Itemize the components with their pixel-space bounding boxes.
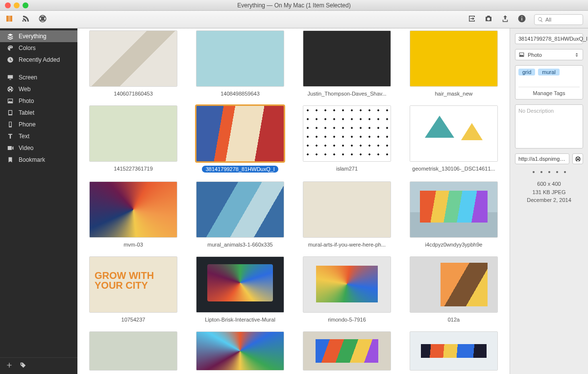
thumbnail-item[interactable]: mvm-03 — [84, 181, 182, 248]
titlebar: Everything — On My Mac (1 Item Selected) — [0, 0, 588, 11]
thumbnail-item[interactable]: mural-arts-if-you-were-here-ph... — [298, 181, 396, 248]
thumbnail-image[interactable] — [410, 331, 498, 371]
tag-grid[interactable]: grid — [518, 69, 535, 75]
phone-icon — [7, 121, 14, 128]
thumbnail-item[interactable]: 38141799278_81HWDuxQ_l — [191, 105, 289, 173]
thumbnail-item[interactable]: hair_mask_new — [405, 30, 503, 97]
thumbnail-caption: mural-arts-if-you-were-here-ph... — [308, 242, 386, 248]
thumbnail-item[interactable] — [298, 331, 396, 371]
thumbnail-item[interactable] — [84, 331, 182, 371]
import-icon[interactable] — [467, 14, 476, 25]
thumbnail-item[interactable]: mural_animals3-1-660x335 — [191, 181, 289, 248]
sidebar-item-colors[interactable]: Colors — [0, 42, 77, 54]
sidebar-item-video[interactable]: Video — [0, 142, 77, 154]
thumbnail-item[interactable]: rimondo-5-7916 — [298, 256, 396, 323]
thumbnail-image[interactable] — [303, 105, 391, 162]
thumbnail-image[interactable] — [196, 105, 284, 162]
open-url-button[interactable] — [572, 153, 583, 164]
thumbnail-image[interactable] — [410, 105, 498, 162]
camera-icon[interactable] — [484, 14, 493, 25]
content-grid-area[interactable]: 14060718604531408498859643Justin_Thompso… — [77, 28, 510, 374]
type-select[interactable]: Photo — [515, 49, 583, 60]
thumbnail-item[interactable]: Justin_Thompson-Daves_Shav... — [298, 30, 396, 97]
thumbnail-item[interactable]: 10754237 — [84, 256, 182, 323]
tag-mural[interactable]: mural — [538, 69, 560, 75]
source-url-field[interactable]: http://a1.dspnimg.com/ — [515, 153, 569, 164]
thumbnail-image[interactable] — [303, 181, 391, 238]
thumbnail-image[interactable] — [410, 256, 498, 313]
date-label: December 2, 2014 — [515, 196, 583, 204]
toolbar — [0, 11, 588, 28]
thumbnail-item[interactable]: 1408498859643 — [191, 30, 289, 97]
thumbnail-image[interactable] — [196, 181, 284, 238]
thumbnail-image[interactable] — [303, 30, 391, 87]
thumbnail-image[interactable] — [196, 256, 284, 313]
thumbnail-image[interactable] — [89, 331, 177, 371]
info-icon[interactable] — [517, 14, 526, 25]
thumbnail-item[interactable] — [191, 331, 289, 371]
thumbnail-caption: 1408498859643 — [220, 91, 260, 97]
thumbnail-item[interactable]: islam271 — [298, 105, 396, 173]
clock-icon — [7, 56, 14, 63]
thumbnail-caption: Lipton-Brisk-Interactive-Mural — [205, 317, 275, 323]
sidebar-item-label: Colors — [19, 45, 36, 51]
thumbnail-image[interactable] — [89, 181, 177, 238]
thumbnail-caption: 38141799278_81HWDuxQ_l — [202, 166, 279, 173]
sidebar-item-photo[interactable]: Photo — [0, 95, 77, 107]
thumbnail-image[interactable] — [196, 331, 284, 371]
globe-icon — [7, 86, 14, 93]
thumbnail-image[interactable] — [303, 256, 391, 313]
globe-icon[interactable] — [38, 14, 47, 25]
sidebar-item-bookmark[interactable]: Bookmark — [0, 154, 77, 166]
thumbnail-item[interactable]: 1406071860453 — [84, 30, 182, 97]
sidebar-item-phone[interactable]: Phone — [0, 119, 77, 130]
rating-dots[interactable] — [515, 169, 583, 175]
thumbnail-item[interactable]: geometrisk_130106-_DSC14611... — [405, 105, 503, 173]
svg-rect-1 — [521, 18, 522, 21]
thumbnail-item[interactable]: Lipton-Brisk-Interactive-Mural — [191, 256, 289, 323]
description-field[interactable]: No Description — [515, 104, 583, 149]
sidebar-item-everything[interactable]: Everything — [0, 30, 77, 42]
search-field[interactable] — [534, 14, 583, 25]
search-icon — [538, 17, 543, 23]
thumbnail-caption: islam271 — [336, 166, 358, 172]
palette-icon — [7, 45, 14, 51]
sidebar-item-label: Phone — [19, 121, 36, 128]
sidebar-item-tablet[interactable]: Tablet — [0, 107, 77, 119]
thumbnail-caption: mvm-03 — [123, 242, 143, 248]
filename-field[interactable]: 38141799278_81HWDuxQ_l — [515, 33, 583, 44]
thumbnail-caption: 10754237 — [122, 317, 146, 323]
text-icon — [7, 133, 14, 140]
thumbnail-image[interactable] — [89, 30, 177, 87]
tags-box[interactable]: gridmural Manage Tags — [515, 65, 583, 100]
sidebar-item-web[interactable]: Web — [0, 83, 77, 95]
add-icon[interactable] — [6, 362, 13, 370]
svg-rect-2 — [521, 17, 522, 18]
thumbnail-image[interactable] — [196, 30, 284, 87]
sidebar-item-screen[interactable]: Screen — [0, 72, 77, 83]
thumbnail-item[interactable]: 012a — [405, 256, 503, 323]
window-title: Everything — On My Mac (1 Item Selected) — [0, 2, 588, 9]
rss-icon[interactable] — [22, 14, 30, 25]
thumbnail-image[interactable] — [89, 105, 177, 162]
manage-tags-button[interactable]: Manage Tags — [518, 87, 580, 96]
thumbnail-image[interactable] — [410, 30, 498, 87]
thumbnail-item[interactable] — [405, 331, 503, 371]
thumbnail-image[interactable] — [89, 256, 177, 313]
sidebar-item-label: Video — [19, 145, 33, 151]
thumbnail-item[interactable]: i4cdpyz0wndyy3ypbh9e — [405, 181, 503, 248]
thumbnail-item[interactable]: 1415227361719 — [84, 105, 182, 173]
library-icon[interactable] — [5, 14, 14, 25]
sidebar-item-text[interactable]: Text — [0, 130, 77, 142]
bookmark-icon — [7, 156, 14, 163]
thumbnail-image[interactable] — [410, 181, 498, 238]
photo-icon — [518, 51, 525, 58]
share-icon[interactable] — [501, 14, 510, 25]
filesize-label: 131 KB JPEG — [515, 188, 583, 197]
sidebar-item-label: Everything — [19, 33, 47, 40]
tag-icon[interactable] — [20, 362, 26, 370]
thumbnail-image[interactable] — [303, 331, 391, 371]
stack-icon — [7, 33, 14, 40]
sidebar-item-recently-added[interactable]: Recently Added — [0, 54, 77, 66]
search-input[interactable] — [545, 17, 575, 23]
